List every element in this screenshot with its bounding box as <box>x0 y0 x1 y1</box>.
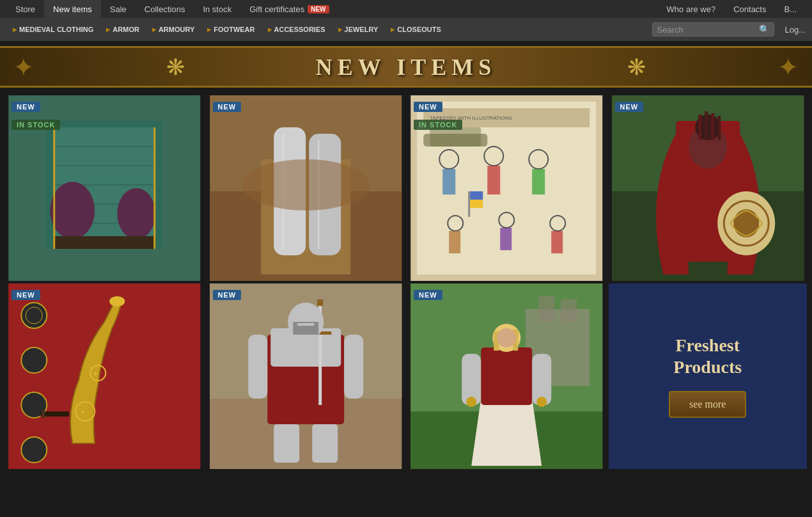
svg-rect-91 <box>481 347 532 405</box>
product-item-2[interactable]: NEW <box>207 95 405 281</box>
product-grid: NEW IN STOCK NEW TAPESTRY <box>0 93 812 472</box>
top-nav-right: Who are we? Contacts B... <box>658 0 806 18</box>
svg-point-62 <box>21 437 47 463</box>
banner-ornament-right: ✦ <box>777 52 799 82</box>
svg-rect-84 <box>312 424 338 463</box>
cat-armor[interactable]: ARMOR <box>100 26 146 33</box>
cat-armoury[interactable]: ARMOURY <box>146 26 201 33</box>
nav-who-are-we[interactable]: Who are we? <box>658 0 725 18</box>
svg-rect-35 <box>449 231 460 253</box>
new-items-banner: ✦ ❋ NEW ITEMS ❋ ✦ <box>0 46 812 88</box>
banner-title: NEW ITEMS <box>316 54 496 81</box>
cat-closeouts[interactable]: CLOSEOUTS <box>384 26 447 33</box>
svg-point-95 <box>536 397 547 407</box>
badge-instock-1: IN STOCK <box>12 120 60 130</box>
svg-point-94 <box>466 397 476 407</box>
search-bar-row: MEDIEVAL CLOTHING ARMOR ARMOURY FOOTWEAR… <box>0 18 812 41</box>
product-item-3[interactable]: TAPESTRY WITH ILLUSTRATIONS NEW IN STOCK <box>407 95 606 281</box>
cat-jewelry[interactable]: JEWELRY <box>332 26 385 33</box>
product-item-5[interactable]: ✦ ✦ NEW <box>5 283 204 469</box>
nav-in-stock[interactable]: In stock <box>194 0 240 18</box>
svg-point-55 <box>733 209 759 237</box>
badge-new-5: NEW <box>12 290 40 300</box>
svg-rect-27 <box>442 169 455 195</box>
svg-rect-51 <box>711 113 714 140</box>
badge-new-7: NEW <box>414 290 442 300</box>
badge-new-4: NEW <box>615 102 644 112</box>
nav-gift-certificates[interactable]: Gift certificates NEW <box>240 0 338 18</box>
cat-medieval-clothing[interactable]: MEDIEVAL CLOTHING <box>6 26 100 33</box>
nav-contacts[interactable]: Contacts <box>724 0 775 18</box>
search-box: 🔍 <box>652 22 774 36</box>
svg-rect-89 <box>538 296 554 322</box>
badge-new-3: NEW <box>414 102 442 112</box>
svg-point-60 <box>21 347 47 373</box>
svg-rect-90 <box>561 299 577 322</box>
product-item-4[interactable]: NEW <box>609 95 808 281</box>
svg-point-8 <box>50 182 95 239</box>
svg-rect-37 <box>500 228 511 250</box>
top-navigation: Store New items Sale Collections In stoc… <box>0 0 812 18</box>
category-navigation: MEDIEVAL CLOTHING ARMOR ARMOURY FOOTWEAR… <box>6 26 639 33</box>
svg-point-21 <box>242 159 370 211</box>
nav-b[interactable]: B... <box>775 0 806 18</box>
freshest-title: Freshest Products <box>673 335 742 378</box>
badge-new-6: NEW <box>213 290 242 300</box>
svg-rect-79 <box>317 299 323 306</box>
svg-rect-42 <box>470 200 483 208</box>
banner-ornament-2-left: ❋ <box>166 54 185 80</box>
svg-rect-11 <box>53 127 55 249</box>
new-badge: NEW <box>308 5 329 13</box>
freshest-products-tile[interactable]: Freshest Products see more <box>609 283 808 469</box>
svg-rect-33 <box>423 134 487 147</box>
nav-collections[interactable]: Collections <box>136 0 194 18</box>
svg-rect-29 <box>487 166 500 195</box>
svg-text:✦: ✦ <box>80 409 85 416</box>
svg-point-9 <box>117 188 155 239</box>
badge-instock-3: IN STOCK <box>414 120 462 130</box>
svg-rect-69 <box>42 410 45 418</box>
product-item-6[interactable]: NEW <box>207 283 405 469</box>
svg-point-63 <box>109 296 125 306</box>
banner-ornament-left: ✦ <box>13 52 35 82</box>
svg-rect-52 <box>717 116 721 140</box>
svg-point-58 <box>21 303 47 328</box>
svg-rect-31 <box>532 169 545 195</box>
svg-rect-41 <box>470 191 483 200</box>
product-item-7[interactable]: NEW <box>407 283 606 469</box>
nav-new-items[interactable]: New items <box>44 0 101 18</box>
badge-new-1: NEW <box>12 102 40 112</box>
search-input[interactable] <box>657 25 759 35</box>
nav-store[interactable]: Store <box>6 0 44 18</box>
svg-rect-12 <box>153 127 155 249</box>
svg-rect-40 <box>468 191 470 217</box>
cat-accessories[interactable]: ACCESSORIES <box>262 26 332 33</box>
svg-rect-83 <box>274 424 299 463</box>
svg-rect-75 <box>248 335 267 399</box>
svg-rect-50 <box>705 111 708 140</box>
nav-sale[interactable]: Sale <box>101 0 136 18</box>
svg-rect-82 <box>297 323 314 326</box>
svg-rect-49 <box>698 115 701 140</box>
product-item-1[interactable]: NEW IN STOCK <box>5 95 204 281</box>
cat-footwear[interactable]: FOOTWEAR <box>201 26 261 33</box>
badge-new-2: NEW <box>213 102 242 112</box>
search-icon[interactable]: 🔍 <box>759 24 770 35</box>
svg-rect-76 <box>344 335 363 399</box>
svg-rect-39 <box>551 231 563 253</box>
see-more-button[interactable]: see more <box>669 391 746 418</box>
login-button[interactable]: Log... <box>785 25 806 35</box>
svg-point-99 <box>497 328 516 347</box>
svg-rect-10 <box>53 236 155 249</box>
banner-ornament-2-right: ❋ <box>627 54 646 80</box>
svg-text:✦: ✦ <box>93 370 98 378</box>
